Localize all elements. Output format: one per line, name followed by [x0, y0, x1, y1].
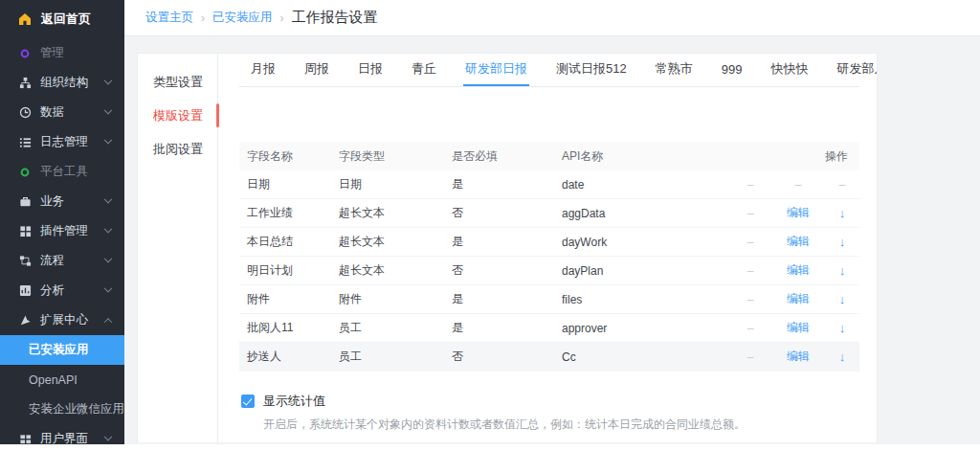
fields-table: 字段名称 字段类型 是否必填 API名称 操作 日期 日期 是 date – –… [239, 142, 859, 372]
flow-icon [18, 255, 32, 268]
edit-link[interactable]: 编辑 [771, 291, 825, 307]
action-placeholder: – [771, 178, 825, 192]
move-down-icon[interactable]: ↓ [825, 206, 859, 220]
move-down-icon[interactable]: ↓ [825, 321, 859, 335]
chevron-down-icon [104, 105, 112, 113]
chevron-down-icon [104, 224, 112, 232]
col-header-field-type: 字段类型 [339, 148, 452, 165]
col-header-api-name: API名称 [562, 148, 729, 165]
col-header-actions: 操作 [729, 148, 859, 165]
tab-qingqiu[interactable]: 青丘 [410, 54, 438, 86]
orgchart-icon [18, 77, 32, 90]
chevron-down-icon [104, 254, 112, 261]
fields-table-header: 字段名称 字段类型 是否必填 API名称 操作 [239, 142, 859, 170]
sidebar-item-openapi[interactable]: OpenAPI [0, 365, 124, 395]
breadcrumb-link-settings-home[interactable]: 设置主页 [145, 10, 193, 26]
expand-icon [18, 314, 32, 327]
move-down-icon[interactable]: ↓ [825, 350, 859, 364]
chevron-up-icon [104, 318, 112, 326]
table-row: 工作业绩 超长文本 否 aggData – 编辑 ↓ [239, 199, 859, 228]
show-stats-description: 开启后，系统统计某个对象内的资料计数或者数值汇总，例如：统计本日完成的合同业绩总… [263, 417, 859, 433]
tab-rd-daily-report[interactable]: 研发部日报 [463, 54, 529, 86]
ring-green-icon [18, 166, 32, 179]
edit-link[interactable]: 编辑 [771, 262, 825, 279]
breadcrumb-separator: › [280, 11, 284, 25]
action-placeholder: – [729, 207, 771, 220]
back-home-label: 返回首页 [41, 11, 91, 28]
table-row: 明日计划 超长文本 否 dayPlan – 编辑 ↓ [239, 257, 859, 285]
tab-rd-monthly-report[interactable]: 研发部月报 [835, 54, 877, 86]
chevron-down-icon [104, 135, 112, 143]
sidebar-item-business[interactable]: 业务 [0, 187, 124, 216]
move-down-icon[interactable]: ↓ [825, 235, 859, 249]
sidebar-section-platform-tools: 平台工具 [0, 157, 124, 187]
action-placeholder: – [729, 350, 771, 364]
subnav-item-review-settings[interactable]: 批阅设置 [138, 132, 217, 166]
tab-test-daily-512[interactable]: 测试日报512 [554, 54, 629, 86]
plugin-icon [18, 225, 32, 238]
ui-grid-icon [18, 433, 32, 445]
back-home-button[interactable]: 返回首页 [0, 0, 124, 38]
report-type-tabs: 月报 周报 日报 青丘 研发部日报 测试日报512 常熟市 999 快快快 研发… [239, 54, 859, 87]
table-row: 本日总结 超长文本 是 dayWork – 编辑 ↓ [239, 228, 859, 257]
action-placeholder: – [729, 236, 771, 249]
ring-purple-icon [18, 47, 32, 60]
move-down-icon[interactable]: ↓ [825, 263, 859, 278]
sidebar-item-workflow[interactable]: 流程 [0, 246, 124, 276]
table-row: 附件 附件 是 files – 编辑 ↓ [239, 285, 859, 314]
chevron-down-icon [104, 194, 112, 202]
col-header-required: 是否必填 [452, 148, 562, 165]
col-header-field-name: 字段名称 [239, 148, 339, 165]
tab-weekly-report[interactable]: 周报 [302, 54, 331, 86]
tab-changshu[interactable]: 常熟市 [654, 54, 695, 86]
tab-999[interactable]: 999 [720, 54, 745, 86]
breadcrumb-link-installed-apps[interactable]: 已安装应用 [212, 10, 273, 26]
action-placeholder: – [825, 178, 859, 192]
sidebar-item-log-management[interactable]: 日志管理 [0, 127, 124, 157]
sidebar-item-installed-apps[interactable]: 已安装应用 [0, 335, 124, 365]
chevron-down-icon [104, 283, 112, 291]
template-settings-content: 月报 周报 日报 青丘 研发部日报 测试日报512 常熟市 999 快快快 研发… [219, 54, 877, 442]
subnav-item-type-settings[interactable]: 类型设置 [138, 65, 217, 99]
show-stats-section: 显示统计值 开启后，系统统计某个对象内的资料计数或者数值汇总，例如：统计本日完成… [239, 393, 859, 433]
settings-card: 类型设置 模版设置 批阅设置 月报 周报 日报 青丘 研发部日报 测试日报512… [137, 53, 878, 442]
table-row: 抄送人 员工 否 Cc – 编辑 ↓ [239, 343, 859, 372]
action-placeholder: – [729, 178, 771, 192]
table-row: 批阅人11 员工 是 approver – 编辑 ↓ [239, 314, 859, 343]
show-stats-checkbox[interactable] [241, 395, 255, 408]
topbar: 设置主页 › 已安装应用 › 工作报告设置 [124, 0, 980, 36]
page-title: 工作报告设置 [292, 9, 378, 27]
show-stats-label[interactable]: 显示统计值 [263, 393, 325, 410]
sidebar-item-analysis[interactable]: 分析 [0, 276, 124, 305]
chevron-down-icon [104, 76, 112, 83]
sidebar-item-install-wechat-app[interactable]: 安装企业微信应用 [0, 395, 124, 424]
briefcase-icon [18, 195, 32, 209]
edit-link[interactable]: 编辑 [771, 234, 825, 250]
action-placeholder: – [729, 293, 771, 306]
list-icon [18, 136, 32, 149]
home-icon [18, 12, 32, 26]
clock-icon [18, 106, 32, 120]
breadcrumb-separator: › [201, 11, 205, 25]
tab-kuaikuaikuai[interactable]: 快快快 [768, 54, 810, 86]
sidebar-item-extension-center[interactable]: 扩展中心 [0, 305, 124, 335]
sidebar-item-user-interface[interactable]: 用户界面 [0, 424, 124, 444]
settings-subnav: 类型设置 模版设置 批阅设置 [138, 54, 218, 442]
move-down-icon[interactable]: ↓ [825, 292, 859, 306]
action-placeholder: – [729, 264, 771, 278]
tab-monthly-report[interactable]: 月报 [249, 54, 278, 86]
sidebar-item-data[interactable]: 数据 [0, 98, 124, 127]
tab-daily-report[interactable]: 日报 [356, 54, 385, 86]
sidebar-item-plugin-management[interactable]: 插件管理 [0, 216, 124, 246]
table-row: 日期 日期 是 date – – – [239, 170, 859, 199]
action-placeholder: – [729, 322, 771, 335]
edit-link[interactable]: 编辑 [771, 320, 825, 336]
sidebar: 返回首页 管理 组织结构 数据 日志管理 平台工具 业务 [0, 0, 124, 444]
edit-link[interactable]: 编辑 [771, 205, 825, 221]
sidebar-section-admin: 管理 [0, 38, 124, 68]
chevron-down-icon [104, 432, 112, 440]
sidebar-item-org-structure[interactable]: 组织结构 [0, 68, 124, 98]
edit-link[interactable]: 编辑 [771, 349, 825, 365]
app-window: 返回首页 管理 组织结构 数据 日志管理 平台工具 业务 [0, 0, 980, 444]
subnav-item-template-settings[interactable]: 模版设置 [138, 99, 217, 132]
